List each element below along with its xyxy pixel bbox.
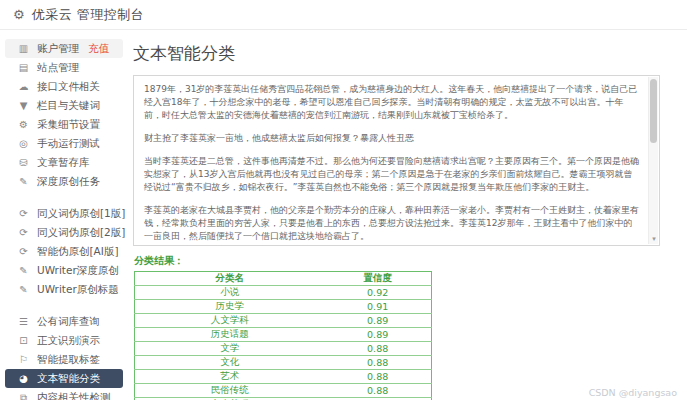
sidebar-item-label: 接口文件相关 xyxy=(37,80,100,94)
table-header-row: 分类名置信度 xyxy=(135,272,432,286)
table-row: 历史学0.91 xyxy=(135,300,432,314)
sidebar-item-collect-settings[interactable]: ⚙采集细节设置 xyxy=(5,115,123,134)
table-row: 小说0.92 xyxy=(135,286,432,300)
sidebar-item-label: 正文识别演示 xyxy=(37,334,100,348)
sidebar-item-uwriter-deep[interactable]: ✎UWriter深度原创 xyxy=(5,261,123,280)
confidence-cell: 0.91 xyxy=(324,300,431,314)
table-row: 文学0.88 xyxy=(135,342,432,356)
table-row: 艺术0.88 xyxy=(135,370,432,384)
category-cell: 历史学 xyxy=(135,300,325,314)
sidebar-item-label: 栏目与关键词 xyxy=(37,99,100,113)
sidebar-item-public-lexicon[interactable]: ☰公有词库查询 xyxy=(5,312,123,331)
table-row: 人文学科0.89 xyxy=(135,314,432,328)
monitor-icon: ⊡ xyxy=(17,335,30,346)
sidebar-item-label: 文本智能分类 xyxy=(37,372,100,386)
book-icon: ☰ xyxy=(17,316,30,327)
category-cell: 文化 xyxy=(135,356,325,370)
table-row: 民俗传统0.88 xyxy=(135,384,432,398)
table-row: 历史话题0.89 xyxy=(135,328,432,342)
sidebar-item-label: 文章暂存库 xyxy=(37,156,90,170)
confidence-cell: 0.88 xyxy=(324,356,431,370)
scrollbar-thumb[interactable] xyxy=(650,79,657,143)
article-input[interactable]: 1879年，31岁的李莲英出任储秀宫四品花翎总管，成为慈禧身边的大红人。这年春天… xyxy=(133,75,660,246)
watermark: CSDN @diyangsao xyxy=(589,387,677,398)
edit-icon: ✎ xyxy=(17,284,30,295)
sidebar-item-label: 站点管理 xyxy=(37,61,79,75)
edit-icon: ✎ xyxy=(17,265,30,276)
article-paragraph: 当时李莲英还是二总管，这件事他再清楚不过。那么他为何还要冒险向慈禧请求出宫呢？主… xyxy=(144,155,639,194)
cloud-upload-icon: ☁ xyxy=(17,81,30,92)
sidebar-item-article-store[interactable]: ⛁文章暂存库 xyxy=(5,153,123,172)
tag-icon: ⚐ xyxy=(17,354,30,365)
sidebar-item-label: 手动运行测试 xyxy=(37,137,100,151)
refresh-icon: ⟳ xyxy=(17,227,30,238)
sidebar-item-label: 同义词伪原创[1版] xyxy=(37,207,125,221)
layout: ▥账户管理充值▤站点管理☁接口文件相关▼栏目与关键词⚙采集细节设置◎手动运行测试… xyxy=(0,30,687,400)
results-table: 分类名置信度 小说0.92历史学0.91人文学科0.89历史话题0.89文学0.… xyxy=(134,271,432,400)
sidebar-item-label: 深度原创任务 xyxy=(37,175,100,189)
sidebar-item-label: UWriter原创标题 xyxy=(37,283,119,297)
sidebar-item-manual-test[interactable]: ◎手动运行测试 xyxy=(5,134,123,153)
sidebar-item-synonym-v1[interactable]: ⟳同义词伪原创[1版] xyxy=(5,204,123,223)
sidebar-item-label: 智能伪原创[AI版] xyxy=(37,245,118,259)
sidebar-item-label: UWriter深度原创 xyxy=(37,264,119,278)
confidence-cell: 0.92 xyxy=(324,286,431,300)
sidebar: ▥账户管理充值▤站点管理☁接口文件相关▼栏目与关键词⚙采集细节设置◎手动运行测试… xyxy=(0,30,128,400)
textarea-scrollbar[interactable]: ▾ xyxy=(648,77,658,244)
gear-icon: ⚙ xyxy=(13,8,25,21)
sidebar-item-deep-original[interactable]: ✎深度原创任务 xyxy=(5,172,123,191)
article-paragraph: 1879年，31岁的李莲英出任储秀宫四品花翎总管，成为慈禧身边的大红人。这年春天… xyxy=(144,83,639,122)
sidebar-item-relevance-check[interactable]: ⧉内容相关性检测 xyxy=(5,388,123,400)
result-label: 分类结果： xyxy=(134,254,687,268)
gears-icon: ⚙ xyxy=(17,119,30,130)
confidence-cell: 0.88 xyxy=(324,384,431,398)
sidebar-group: ⟳同义词伪原创[1版]⟳同义词伪原创[2版]⟳智能伪原创[AI版]✎UWrite… xyxy=(0,204,128,299)
article-paragraph: 李莲英的老家在大城县李贾村，他的父亲是个勤劳本分的庄稼人，靠种田养活一家老小。李… xyxy=(144,204,639,243)
sidebar-item-account[interactable]: ▥账户管理充值 xyxy=(5,39,123,58)
filter-icon: ▼ xyxy=(17,100,30,111)
column-header: 分类名 xyxy=(135,272,325,286)
sidebar-item-site-manage[interactable]: ▤站点管理 xyxy=(5,58,123,77)
category-cell: 民俗传统 xyxy=(135,384,325,398)
bar-chart-icon: ▥ xyxy=(17,43,30,54)
confidence-cell: 0.89 xyxy=(324,328,431,342)
sidebar-item-tag-extract[interactable]: ⚐智能提取标签 xyxy=(5,350,123,369)
refresh-icon: ⟳ xyxy=(17,246,30,257)
sidebar-item-text-classify[interactable]: ◕文本智能分类 xyxy=(5,369,123,388)
main-content: 文本智能分类 1879年，31岁的李莲英出任储秀宫四品花翎总管，成为慈禧身边的大… xyxy=(128,30,687,400)
sidebar-item-synonym-v2[interactable]: ⟳同义词伪原创[2版] xyxy=(5,223,123,242)
edit-icon: ✎ xyxy=(17,176,30,187)
scroll-down-icon[interactable]: ▾ xyxy=(649,234,659,244)
category-cell: 艺术 xyxy=(135,370,325,384)
confidence-cell: 0.88 xyxy=(324,342,431,356)
app-title: 优采云 管理控制台 xyxy=(32,6,145,24)
column-header: 置信度 xyxy=(324,272,431,286)
category-cell: 小说 xyxy=(135,286,325,300)
sidebar-item-content-recognition[interactable]: ⊡正文识别演示 xyxy=(5,331,123,350)
refresh-icon: ⟳ xyxy=(17,208,30,219)
target-icon: ◎ xyxy=(17,138,30,149)
category-cell: 历史话题 xyxy=(135,328,325,342)
sidebar-item-label: 账户管理 xyxy=(37,42,79,56)
sidebar-item-label: 公有词库查询 xyxy=(37,315,100,329)
category-cell: 人文学科 xyxy=(135,314,325,328)
sidebar-item-interface-files[interactable]: ☁接口文件相关 xyxy=(5,77,123,96)
sidebar-item-ai-rewrite[interactable]: ⟳智能伪原创[AI版] xyxy=(5,242,123,261)
site-card-icon: ▤ xyxy=(17,62,30,73)
article-paragraph: 财主抢了李莲英家一亩地，他成慈禧太监后如何报复？暴露人性丑恶 xyxy=(144,132,639,145)
sidebar-item-label: 采集细节设置 xyxy=(37,118,100,132)
category-cell: 文学 xyxy=(135,342,325,356)
table-row: 文化0.88 xyxy=(135,356,432,370)
app-header: ⚙ 优采云 管理控制台 xyxy=(0,0,687,30)
recharge-link[interactable]: 充值 xyxy=(88,42,109,56)
sidebar-item-columns-keywords[interactable]: ▼栏目与关键词 xyxy=(5,96,123,115)
sidebar-group: ▥账户管理充值▤站点管理☁接口文件相关▼栏目与关键词⚙采集细节设置◎手动运行测试… xyxy=(0,39,128,191)
confidence-cell: 0.88 xyxy=(324,370,431,384)
sidebar-item-uwriter-title[interactable]: ✎UWriter原创标题 xyxy=(5,280,123,299)
article-text: 1879年，31岁的李莲英出任储秀宫四品花翎总管，成为慈禧身边的大红人。这年春天… xyxy=(134,76,659,246)
sidebar-item-label: 同义词伪原创[2版] xyxy=(37,226,125,240)
sidebar-item-label: 智能提取标签 xyxy=(37,353,100,367)
page-title: 文本智能分类 xyxy=(133,42,687,65)
sidebar-group: ☰公有词库查询⊡正文识别演示⚐智能提取标签◕文本智能分类⧉内容相关性检测 xyxy=(0,312,128,400)
pie-chart-icon: ◕ xyxy=(17,373,30,384)
